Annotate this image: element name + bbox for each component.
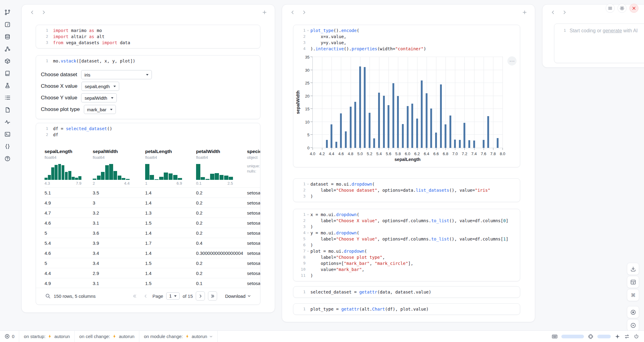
- search-icon[interactable]: [45, 293, 51, 299]
- cell-selected-dataset[interactable]: 1selected_dataset = getattr(data, datase…: [293, 286, 520, 298]
- code-line[interactable]: 1mo.vstack([dataset, x, y, plot]): [36, 58, 256, 64]
- last-page-button[interactable]: [208, 291, 217, 301]
- rail-file-icon[interactable]: [3, 105, 12, 114]
- table-row[interactable]: 4.63.41.40.30000000000000004setosa: [45, 248, 260, 258]
- altair-bar-chart[interactable]: sepalLength sepalWidth ⋯ 4.04.24.44.64.8…: [312, 57, 503, 164]
- column-scroll-left-button[interactable]: [28, 8, 36, 16]
- column-header[interactable]: sepalLengthfloat644.37.9: [45, 149, 93, 187]
- layout-button[interactable]: [627, 276, 639, 288]
- next-page-button[interactable]: [196, 291, 205, 301]
- swap-icon[interactable]: [624, 334, 630, 339]
- rail-flask-icon[interactable]: [3, 81, 12, 90]
- column-header[interactable]: petalLengthfloat6416.9: [145, 149, 196, 187]
- code-line[interactable]: 4).interactive().properties(width="conta…: [293, 46, 516, 52]
- rail-outline-icon[interactable]: [3, 93, 12, 102]
- column-scroll-right-button[interactable]: [39, 8, 48, 16]
- run-all-button[interactable]: [627, 319, 639, 331]
- code-line[interactable]: 1x = mo.ui.dropdown(: [293, 212, 516, 218]
- table-row[interactable]: 4.42.91.40.2setosa: [45, 268, 260, 278]
- code-line[interactable]: 8 label="Choose plot type",: [293, 254, 516, 260]
- column-scroll-right-button[interactable]: [560, 8, 569, 16]
- code-line[interactable]: 3): [293, 193, 516, 199]
- dropdown-choose-dataset[interactable]: iris: [81, 70, 152, 79]
- download-button[interactable]: Download: [225, 294, 251, 299]
- cell-imports[interactable]: 1import marimo as mo2import altair as al…: [36, 25, 260, 48]
- table-row[interactable]: 53.41.50.2setosa: [45, 258, 260, 268]
- column-header[interactable]: speciesobjectunique:nulls:: [247, 149, 260, 187]
- code-line[interactable]: 4y = mo.ui.dropdown(: [293, 230, 516, 236]
- rail-database-icon[interactable]: [3, 32, 12, 41]
- code-line[interactable]: 1selected_dataset = getattr(data, datase…: [293, 289, 516, 295]
- code-line[interactable]: 2 label="Choose X value", options=df.col…: [293, 218, 516, 224]
- dropdown-choose-plot-type[interactable]: mark_bar: [84, 105, 116, 114]
- column-scroll-left-button[interactable]: [549, 8, 557, 16]
- rail-function-icon[interactable]: f: [3, 20, 12, 29]
- code-line[interactable]: 3 y=y.value,: [293, 40, 516, 46]
- code-line[interactable]: 2import altair as alt: [36, 34, 256, 40]
- chart-options-button[interactable]: ⋯: [507, 56, 517, 66]
- dropdown-choose-y-value[interactable]: sepalWidth: [81, 93, 116, 102]
- table-row[interactable]: 5.43.91.70.4setosa: [45, 238, 260, 248]
- menu-button[interactable]: [606, 4, 615, 13]
- table-row[interactable]: 4.931.40.2setosa: [45, 198, 260, 208]
- cell-dataset-dropdown[interactable]: 1dataset = mo.ui.dropdown(2 label="Choos…: [293, 178, 520, 202]
- code-line[interactable]: 1df = selected_dataset(): [36, 126, 256, 132]
- rail-braces-icon[interactable]: [3, 142, 12, 151]
- rail-package-icon[interactable]: [3, 57, 12, 65]
- table-row[interactable]: 4.73.21.30.2setosa: [45, 208, 260, 218]
- rail-variables-graph-icon[interactable]: [3, 45, 12, 53]
- code-line[interactable]: 1import marimo as mo: [36, 27, 256, 34]
- cell-dataframe[interactable]: 1df = selected_dataset()2df sepalLengthf…: [36, 123, 260, 305]
- code-line[interactable]: 5 label="Choose Y value", options=df.col…: [293, 236, 516, 242]
- export-button[interactable]: [627, 263, 639, 275]
- code-line[interactable]: 6): [293, 242, 516, 248]
- code-line[interactable]: 10 value="mark_bar",: [293, 266, 516, 273]
- dropdown-choose-x-value[interactable]: sepalLength: [81, 82, 119, 91]
- keyboard-icon[interactable]: [552, 334, 557, 339]
- errors-indicator[interactable]: 0: [0, 331, 19, 342]
- autorun-setting[interactable]: on cell change:autorun: [75, 331, 139, 342]
- rail-book-icon[interactable]: [3, 69, 12, 77]
- add-cell-button[interactable]: [260, 8, 269, 16]
- table-row[interactable]: 4.93.11.50.1setosa: [45, 278, 260, 288]
- add-cell-button[interactable]: [520, 8, 529, 16]
- command-button[interactable]: ⌘: [627, 289, 639, 301]
- table-row[interactable]: 53.61.40.2setosa: [45, 228, 260, 238]
- code-line[interactable]: 2df: [36, 132, 256, 138]
- code-line[interactable]: 1dataset = mo.ui.dropdown(: [293, 181, 516, 187]
- code-line[interactable]: 1plot_type = getattr(alt.Chart(df), plot…: [293, 306, 516, 312]
- cell-plot-type[interactable]: 1plot_type = getattr(alt.Chart(df), plot…: [293, 303, 520, 315]
- cell-plot[interactable]: 1plot_type().encode(2 x=x.value,3 y=y.va…: [293, 25, 520, 167]
- autorun-setting[interactable]: on module change:autorun: [139, 331, 218, 342]
- rail-terminal-icon[interactable]: [3, 130, 12, 138]
- column-header[interactable]: sepalWidthfloat6424.4: [93, 149, 145, 187]
- page-select[interactable]: 1: [166, 292, 180, 300]
- rail-activity-icon[interactable]: [3, 118, 12, 126]
- first-page-button[interactable]: [131, 292, 138, 300]
- table-row[interactable]: 4.63.11.50.2setosa: [45, 218, 260, 228]
- cell-xy-plot-dropdowns[interactable]: 1x = mo.ui.dropdown(2 label="Choose X va…: [293, 209, 520, 281]
- sparkle-icon[interactable]: [615, 334, 620, 339]
- code-line[interactable]: 2 label="Choose dataset", options=data.l…: [293, 187, 516, 193]
- generate-with-ai-link[interactable]: generate: [603, 28, 622, 33]
- settings-button[interactable]: [617, 4, 627, 13]
- close-button[interactable]: [629, 4, 639, 13]
- code-line[interactable]: 9 options=["mark_bar", "mark_circle"],: [293, 260, 516, 266]
- empty-code-editor[interactable]: 1 Start coding or generate with AI: [554, 23, 644, 63]
- column-header[interactable]: petalWidthfloat640.12.5: [196, 149, 247, 187]
- autorun-setting[interactable]: on startup:autorun: [19, 331, 75, 342]
- code-line[interactable]: 1plot_type().encode(: [293, 27, 516, 34]
- prev-page-button[interactable]: [141, 292, 149, 300]
- rail-notebook-tree-icon[interactable]: [3, 8, 12, 16]
- rail-help-icon[interactable]: [3, 154, 12, 163]
- power-icon[interactable]: [634, 334, 639, 339]
- code-line[interactable]: 3from vega_datasets import data: [36, 40, 256, 46]
- shutdown-button[interactable]: [627, 306, 639, 318]
- code-line[interactable]: 2 x=x.value,: [293, 34, 516, 40]
- code-line[interactable]: 7plot = mo.ui.dropdown(: [293, 248, 516, 254]
- column-scroll-left-button[interactable]: [288, 8, 297, 16]
- cell-vstack[interactable]: 1mo.vstack([dataset, x, y, plot]) Choose…: [36, 55, 260, 119]
- code-line[interactable]: 3): [293, 224, 516, 230]
- code-line[interactable]: 11): [293, 273, 516, 279]
- table-row[interactable]: 5.13.51.40.2setosa: [45, 187, 260, 198]
